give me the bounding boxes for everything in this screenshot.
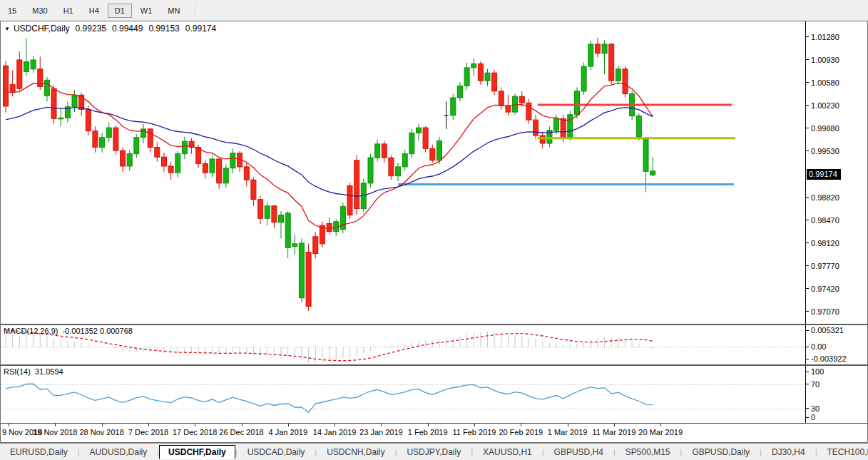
tab-dj30-h4[interactable]: DJ30,H4 [762,445,815,459]
timeframe-button-d1[interactable]: D1 [108,4,132,18]
axis-tick [806,265,809,266]
date-axis-tick [195,424,195,426]
candles-layer [4,38,655,311]
date-axis-tick [55,424,56,426]
macd-histogram [6,332,653,363]
rsi-chart[interactable] [1,366,805,423]
tab-usdcad-daily[interactable]: USDCAD,Daily [238,445,315,459]
price-axis-label: 0.98820 [806,193,839,202]
current-price-tag: 0.99174 [807,169,841,180]
rsi-axis-label: 100 [806,367,824,376]
chevron-down-icon[interactable]: ▼ [4,26,10,32]
date-axis-tick [660,424,661,426]
price-axis-label: 1.00230 [806,101,839,110]
tab-gbpusd-h4[interactable]: GBPUSD,H4 [544,445,613,459]
macd-axis-label: 0.00 [806,342,826,351]
macd-values: -0.001352 0.000768 [62,327,132,335]
date-axis-tick [381,424,382,426]
timeframe-button-h1[interactable]: H1 [56,4,81,18]
tab-usdcnh-daily[interactable]: USDCNH,Daily [317,445,394,459]
axis-tick [806,59,809,60]
date-axis-label: 1 Mar 2019 [548,428,588,436]
price-axis-label: 0.98470 [806,216,839,225]
axis-tick [806,347,809,347]
tab-usdchf-daily[interactable]: USDCHF,Daily [159,445,235,459]
date-axis-label: 26 Dec 2018 [219,428,263,436]
axis-tick [806,311,809,312]
axis-tick [806,242,809,243]
ohlc-high: 0.99449 [112,24,143,34]
date-axis-label: 7 Dec 2018 [128,428,168,436]
date-axis-tick [474,424,475,426]
timeframe-button-mn[interactable]: MN [160,4,187,18]
date-axis-label: 11 Mar 2019 [592,428,635,436]
timeframe-buttons: 15M30H1H4D1W1MN [0,4,188,18]
axis-tick [806,82,809,83]
axis-tick [806,150,809,151]
axis-tick [806,417,809,418]
date-axis-tick [614,424,615,426]
price-axis-label: 1.00930 [806,56,839,64]
price-pane[interactable]: ▼USDCHF,Daily0.992350.994490.991530.9917… [1,21,867,324]
date-axis-label: 17 Dec 2018 [173,428,217,436]
ohlc-open: 0.99235 [76,24,106,34]
price-axis-label: 1.00580 [806,78,839,87]
rsi-axis-label: 0 [806,413,815,421]
rsi-axis[interactable]: 10070300 [805,366,867,423]
axis-tick [806,408,809,409]
date-axis-tick [521,424,521,426]
date-axis-label: 20 Mar 2019 [638,428,683,436]
date-axis-tick [242,424,242,426]
chart-title: ▼USDCHF,Daily0.992350.994490.991530.9917… [4,24,216,34]
price-axis[interactable]: 0.99174 1.012801.009301.005801.002300.99… [805,21,867,324]
price-axis-label: 0.98120 [806,239,839,247]
tab-eurusd-daily[interactable]: EURUSD,Daily [0,445,78,459]
date-axis-label: 20 Feb 2019 [499,428,543,436]
timeframe-button-w1[interactable]: W1 [133,4,160,18]
date-axis[interactable]: 9 Nov 201819 Nov 201828 Nov 20187 Dec 20… [1,423,867,442]
macd-axis[interactable]: 0.0053210.00-0.003922 [805,325,867,364]
price-axis-label: 0.99530 [806,147,839,155]
date-axis-tick [428,424,429,426]
tab-audusd-daily[interactable]: AUDUSD,Daily [80,445,158,459]
macd-pane[interactable]: MACD(12,26,9)-0.001352 0.000768 0.005321… [1,325,867,364]
date-axis-label: 19 Nov 2018 [33,428,77,436]
macd-axis-label: 0.005321 [806,326,844,334]
price-plot[interactable]: ▼USDCHF,Daily0.992350.994490.991530.9917… [1,21,805,324]
trading-terminal: 15M30H1H4D1W1MN ▼USDCHF,Daily0.992350.99… [0,0,868,460]
candlestick-chart[interactable] [1,21,805,324]
price-axis-label: 0.97770 [806,262,839,270]
macd-title: MACD(12,26,9)-0.001352 0.000768 [4,327,133,335]
price-axis-label: 0.97420 [806,285,839,293]
rsi-axis-label: 30 [806,404,820,413]
timeframe-button-m30[interactable]: M30 [25,4,54,18]
trend-lines-layer [398,105,735,185]
tab-gbpusd-daily[interactable]: GBPUSD,Daily [682,445,760,459]
rsi-pane[interactable]: RSI(14)31.0594 10070300 [1,366,867,423]
tab-xauusd-h1[interactable]: XAUUSD,H1 [473,445,542,459]
toolbar-separator [195,4,196,18]
price-axis-label: 0.99880 [806,124,839,133]
timeframe-button-15[interactable]: 15 [1,4,24,18]
tab-usdjpy-daily[interactable]: USDJPY,Daily [397,445,471,459]
date-axis-tick [335,424,335,426]
axis-tick [806,288,809,289]
macd-plot[interactable]: MACD(12,26,9)-0.001352 0.000768 [1,325,805,364]
chart-window: ▼USDCHF,Daily0.992350.994490.991530.9917… [0,21,868,443]
axis-tick [806,384,809,384]
tab-sp500-m15[interactable]: SP500,M15 [616,445,680,459]
rsi-axis-label: 70 [806,380,820,389]
date-axis-label: 4 Jan 2019 [269,428,307,436]
timeframe-toolbar: 15M30H1H4D1W1MN [0,0,868,21]
date-axis-label: 1 Feb 2019 [408,428,448,436]
price-axis-label: 1.01280 [806,33,839,41]
rsi-plot[interactable]: RSI(14)31.0594 [1,366,805,423]
timeframe-button-h4[interactable]: H4 [82,4,106,18]
date-axis-label: 23 Jan 2019 [359,428,403,436]
tab-tech100-h1[interactable]: TECH100,H1 [817,445,868,459]
axis-tick [806,220,809,220]
macd-label: MACD(12,26,9) [4,327,58,335]
axis-tick [806,105,809,106]
axis-tick [806,372,809,372]
ohlc-low: 0.99153 [148,24,179,34]
